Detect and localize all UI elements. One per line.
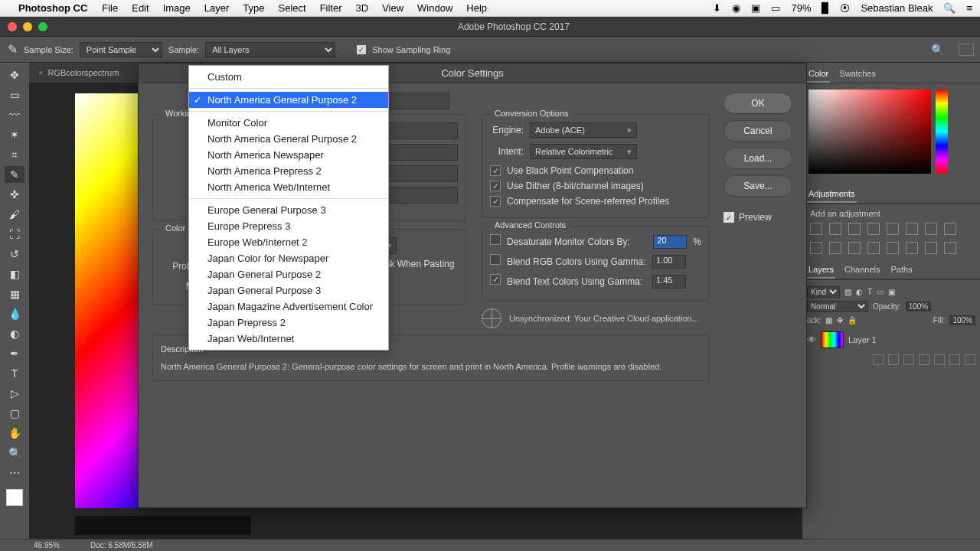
wifi-icon[interactable]: ⦿ [840, 2, 850, 14]
dropdown-item-selected[interactable]: North America General Purpose 2 [189, 92, 388, 108]
eyedropper-tool-icon[interactable]: ✎ [8, 42, 18, 57]
adj-photofilter-icon[interactable] [810, 242, 822, 254]
dropdown-item[interactable]: Japan Color for Newspaper [189, 250, 388, 266]
dropdown-item[interactable]: Japan Magazine Advertisement Color [189, 298, 388, 315]
blend-rgb-input[interactable]: 1.00 [652, 255, 686, 269]
tab-close-icon[interactable]: × [38, 68, 43, 77]
more-tools[interactable]: ⋯ [5, 465, 24, 481]
crop-tool[interactable]: ⌗ [5, 146, 24, 163]
menu-extras-icon[interactable]: ≡ [966, 2, 972, 14]
filter-smart-icon[interactable]: ▣ [888, 288, 895, 296]
username[interactable]: Sebastian Bleak [861, 2, 933, 14]
dropdown-item[interactable]: Europe Web/Internet 2 [189, 234, 388, 250]
menu-filter[interactable]: Filter [320, 2, 342, 14]
dropdown-item[interactable]: Japan Prepress 2 [189, 315, 388, 331]
dropdown-item-custom[interactable]: Custom [189, 69, 388, 85]
dither-checkbox[interactable] [490, 181, 501, 191]
trash-icon[interactable] [965, 354, 975, 365]
adj-bw-icon[interactable] [944, 223, 956, 235]
sync-icon[interactable]: ◉ [732, 2, 740, 14]
search-icon[interactable]: 🔍 [931, 44, 946, 56]
opacity-value[interactable]: 100% [906, 302, 932, 311]
zoom-tool[interactable]: 🔍 [5, 445, 24, 461]
dropdown-item[interactable]: Japan General Purpose 3 [189, 282, 388, 298]
tab-color[interactable]: Color [807, 66, 830, 83]
menu-select[interactable]: Select [278, 2, 305, 14]
blend-mode-select[interactable]: Normal [807, 301, 868, 312]
blend-rgb-checkbox[interactable] [490, 254, 501, 265]
dropdown-item[interactable]: North America General Purpose 2 [189, 131, 388, 147]
minimize-window-button[interactable] [23, 22, 32, 31]
blend-text-checkbox[interactable] [490, 274, 501, 285]
menu-layer[interactable]: Layer [204, 2, 230, 14]
tab-swatches[interactable]: Swatches [838, 66, 877, 83]
eyedropper-tool[interactable]: ✎ [5, 166, 24, 183]
lock-position-icon[interactable]: ✥ [837, 316, 843, 324]
desat-checkbox[interactable] [490, 234, 501, 245]
fx-icon[interactable] [888, 354, 899, 365]
blend-text-input[interactable]: 1.45 [652, 275, 686, 289]
desat-input[interactable]: 20 [653, 235, 687, 249]
filter-shape-icon[interactable]: ▭ [877, 288, 884, 296]
mask-icon[interactable] [903, 354, 914, 365]
menu-view[interactable]: View [382, 2, 403, 14]
filter-image-icon[interactable]: ▧ [844, 288, 851, 296]
save-button[interactable]: Save... [724, 175, 792, 197]
adj-gradmap-icon[interactable] [925, 242, 937, 254]
pen-tool[interactable]: ✒ [5, 345, 24, 362]
adj-exposure-icon[interactable] [867, 223, 880, 235]
dropdown-item[interactable]: Europe Prepress 3 [189, 218, 388, 234]
zoom-window-button[interactable] [38, 22, 47, 31]
adj-vibrance-icon[interactable] [887, 223, 899, 235]
tab-paths[interactable]: Paths [890, 262, 914, 279]
compensate-checkbox[interactable] [490, 196, 501, 207]
menu-image[interactable]: Image [163, 2, 191, 14]
intent-select[interactable]: Relative Colorimetric [530, 144, 637, 159]
move-tool[interactable]: ✥ [5, 67, 24, 83]
dropdown-item[interactable]: Europe General Purpose 3 [189, 202, 388, 218]
filter-adj-icon[interactable]: ◐ [856, 288, 863, 296]
hue-slider[interactable] [936, 90, 948, 174]
adj-levels-icon[interactable] [829, 223, 841, 235]
layer-row[interactable]: 👁 Layer 1 [807, 331, 975, 348]
display-icon[interactable]: ▭ [771, 2, 780, 14]
foreground-background-swatch[interactable] [6, 489, 23, 506]
screens-icon[interactable]: ▣ [751, 2, 760, 14]
quick-select-tool[interactable]: ✶ [5, 126, 24, 143]
dropdown-item[interactable]: North America Newspaper [189, 147, 388, 163]
load-button[interactable]: Load... [724, 148, 792, 169]
download-icon[interactable]: ⬇︎ [713, 2, 721, 14]
eraser-tool[interactable]: ◧ [5, 266, 24, 282]
tab-adjustments[interactable]: Adjustments [807, 186, 857, 203]
close-window-button[interactable] [8, 22, 17, 31]
engine-select[interactable]: Adobe (ACE) [530, 122, 637, 138]
group-icon[interactable] [934, 354, 945, 365]
preview-checkbox[interactable]: ✓ [724, 212, 734, 223]
menu-3d[interactable]: 3D [356, 2, 369, 14]
sample-size-select[interactable]: Point Sample [80, 42, 162, 57]
type-tool[interactable]: T [5, 365, 24, 382]
link-icon[interactable] [873, 354, 884, 365]
marquee-tool[interactable]: ▭ [5, 86, 24, 103]
layer-thumbnail[interactable] [821, 331, 844, 348]
adj-colorbalance-icon[interactable] [925, 223, 937, 235]
healing-tool[interactable]: ✜ [5, 186, 24, 203]
adj-curves-icon[interactable] [848, 223, 861, 235]
adj-hue-icon[interactable] [906, 223, 918, 235]
filter-type-icon[interactable]: T [867, 288, 872, 296]
layer-kind-select[interactable]: Kind [807, 286, 840, 298]
layer-name[interactable]: Layer 1 [848, 335, 877, 344]
adj-posterize-icon[interactable] [887, 242, 899, 254]
adj-threshold-icon[interactable] [906, 242, 918, 254]
path-select-tool[interactable]: ▷ [5, 385, 24, 402]
menu-type[interactable]: Type [243, 2, 264, 14]
cancel-button[interactable]: Cancel [724, 120, 792, 142]
sample-select[interactable]: All Layers [205, 42, 335, 57]
dodge-tool[interactable]: ◐ [5, 325, 24, 342]
hand-tool[interactable]: ✋ [5, 425, 24, 442]
doc-size[interactable]: Doc: 6.58M/6.58M [90, 541, 153, 549]
rectangle-tool[interactable]: ▢ [5, 405, 24, 422]
fill-value[interactable]: 100% [949, 315, 975, 325]
menu-edit[interactable]: Edit [132, 2, 149, 14]
gradient-tool[interactable]: ▦ [5, 285, 24, 302]
